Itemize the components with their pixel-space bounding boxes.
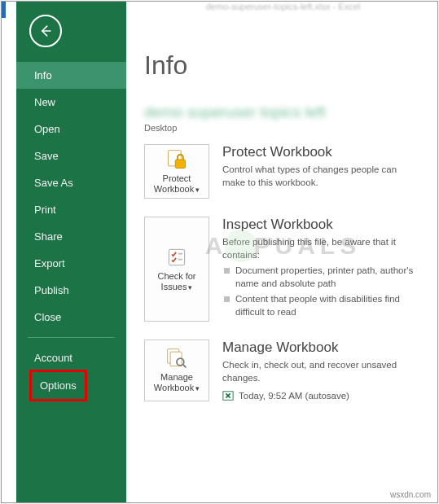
menu-options[interactable]: Options: [33, 374, 83, 397]
excel-file-icon: [222, 390, 234, 401]
menu-close[interactable]: Close: [16, 304, 126, 331]
menu-save[interactable]: Save: [16, 142, 126, 169]
svg-rect-3: [178, 253, 182, 255]
menu-print[interactable]: Print: [16, 196, 126, 223]
inspect-bullet: Content that people with disabilities fi…: [222, 293, 422, 318]
section-manage: Manage Workbook▾ Manage Workbook Check i…: [144, 340, 422, 401]
check-btn-line2: Issues: [161, 282, 187, 291]
manage-heading: Manage Workbook: [222, 340, 422, 356]
menu-save-as[interactable]: Save As: [16, 169, 126, 196]
autosave-entry[interactable]: Today, 9:52 AM (autosave): [222, 390, 422, 401]
inspect-heading: Inspect Workbook: [222, 217, 422, 233]
check-issues-button[interactable]: Check for Issues▾: [144, 217, 209, 322]
checklist-icon: [165, 246, 188, 269]
menu-open[interactable]: Open: [16, 116, 126, 142]
svg-rect-4: [178, 259, 182, 261]
autosave-text: Today, 9:52 AM (autosave): [239, 391, 349, 401]
window-title: demo-superuser-topics-left.xlsx - Excel: [126, 2, 438, 18]
backstage-sidebar: Info New Open Save Save As Print Share E…: [16, 2, 126, 503]
dropdown-caret-icon: ▾: [188, 283, 192, 291]
document-search-icon: [165, 347, 188, 370]
section-protect: Protect Workbook▾ Protect Workbook Contr…: [144, 144, 422, 199]
page-title: Info: [144, 50, 422, 81]
protect-btn-line2: Workbook: [154, 184, 194, 194]
menu-publish[interactable]: Publish: [16, 277, 126, 304]
menu-divider: [28, 337, 115, 338]
section-inspect: Check for Issues▾ Inspect Workbook Befor…: [144, 217, 422, 322]
file-title: demo superuser topics left: [144, 103, 422, 121]
back-button[interactable]: [29, 15, 62, 47]
menu-new[interactable]: New: [16, 89, 126, 116]
menu-account[interactable]: Account: [16, 344, 126, 371]
menu-share[interactable]: Share: [16, 223, 126, 250]
svg-rect-2: [169, 250, 184, 265]
manage-workbook-button[interactable]: Manage Workbook▾: [144, 340, 209, 401]
options-highlight: Options: [29, 370, 87, 401]
svg-rect-1: [175, 160, 185, 169]
protect-heading: Protect Workbook: [222, 144, 422, 160]
manage-btn-line2: Workbook: [154, 383, 194, 392]
dropdown-caret-icon: ▾: [195, 384, 200, 392]
inspect-bullet: Document properties, printer path, autho…: [222, 265, 422, 290]
dropdown-caret-icon: ▾: [195, 186, 200, 194]
arrow-left-icon: [37, 23, 54, 39]
lock-icon: [165, 148, 188, 171]
protect-btn-line1: Protect: [163, 173, 191, 183]
protect-workbook-button[interactable]: Protect Workbook▾: [144, 144, 209, 199]
manage-desc: Check in, check out, and recover unsaved…: [222, 359, 422, 384]
check-btn-line1: Check for: [157, 271, 195, 281]
manage-btn-line1: Manage: [160, 372, 193, 382]
menu-export[interactable]: Export: [16, 250, 126, 277]
protect-desc: Control what types of changes people can…: [222, 164, 422, 189]
file-path: Desktop: [144, 123, 422, 133]
image-credit: wsxdn.com: [390, 490, 431, 499]
menu-info[interactable]: Info: [16, 62, 126, 89]
inspect-desc: Before publishing this file, be aware th…: [222, 236, 422, 261]
backstage-main: demo-superuser-topics-left.xlsx - Excel …: [126, 2, 438, 503]
